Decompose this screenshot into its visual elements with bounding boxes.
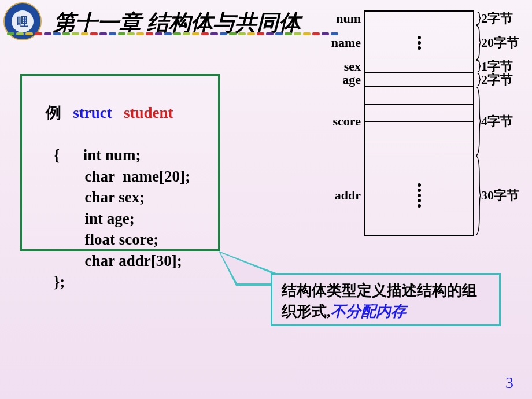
decorative-divider <box>7 32 341 35</box>
code-line: float score; <box>30 229 210 250</box>
memory-field-addr: addr30字节 <box>365 156 473 235</box>
field-label: num <box>336 11 361 26</box>
brace-icon <box>476 156 481 235</box>
code-example-box: 例 struct student { int num; char name[20… <box>20 74 220 251</box>
code-line: char addr[30]; <box>30 250 210 271</box>
note-emphasis: 不分配内存 <box>331 303 406 320</box>
code-line: char name[20]; <box>30 166 210 187</box>
brace-icon <box>476 73 481 86</box>
memory-field-num: num2字节 <box>365 12 473 25</box>
ellipsis-dots-icon <box>418 183 421 208</box>
code-line: { int num; <box>30 145 210 165</box>
logo-text: 哩 <box>12 10 34 32</box>
code-line: }; <box>30 271 210 292</box>
code-line: int age; <box>30 208 210 229</box>
field-size: 2字节 <box>481 71 513 88</box>
field-size: 30字节 <box>481 187 519 204</box>
code-line: char sex; <box>30 187 210 208</box>
brace-icon <box>476 87 481 156</box>
field-label: addr <box>335 188 361 203</box>
note-box: 结构体类型定义描述结构的组织形式,不分配内存 <box>271 273 501 326</box>
brace-icon <box>476 12 481 25</box>
page-number: 3 <box>505 374 513 392</box>
brace-icon <box>476 60 481 72</box>
brace-icon <box>476 25 481 60</box>
memory-field-name: name20字节 <box>365 25 473 60</box>
ellipsis-dots-icon <box>418 36 421 50</box>
field-label: age <box>342 72 361 87</box>
field-size: 2字节 <box>481 10 513 27</box>
field-label: name <box>331 35 361 50</box>
memory-field-score: score4字节 <box>365 87 473 156</box>
field-size: 4字节 <box>481 113 513 130</box>
memory-field-sex: sex1字节 <box>365 60 473 73</box>
code-line: 例 struct student <box>30 82 210 145</box>
memory-field-age: age2字节 <box>365 73 473 87</box>
memory-layout-diagram: num2字节name20字节sex1字节age2字节score4字节addr30… <box>364 10 474 236</box>
field-label: score <box>333 114 361 129</box>
field-size: 20字节 <box>481 34 519 51</box>
